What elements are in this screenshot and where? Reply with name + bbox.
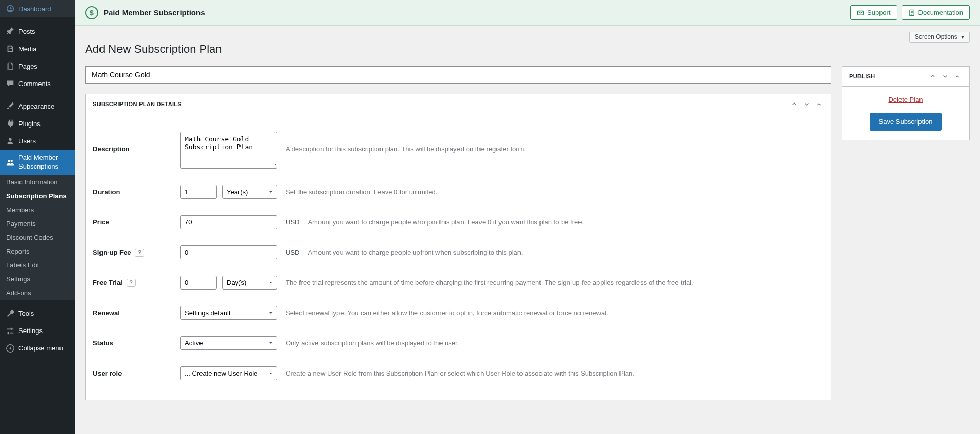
svg-point-1: [8, 160, 10, 162]
signup-fee-label: Sign-up Fee: [93, 249, 131, 256]
status-label: Status: [93, 339, 180, 347]
sidebar-label: Plugins: [18, 120, 41, 128]
subscription-plan-details-metabox: Subscription Plan Details Description: [85, 94, 831, 400]
support-button[interactable]: Support: [850, 5, 897, 20]
sidebar-item-comments[interactable]: Comments: [0, 75, 75, 92]
sidebar-item-settings[interactable]: Settings: [0, 322, 75, 340]
sidebar-item-posts[interactable]: Posts: [0, 23, 75, 40]
sidebar-sub-members[interactable]: Members: [0, 203, 75, 217]
sidebar-sub-reports[interactable]: Reports: [0, 244, 75, 258]
publish-title: Publish: [849, 73, 928, 79]
sidebar-item-tools[interactable]: Tools: [0, 305, 75, 322]
comment-icon: [5, 78, 15, 89]
svg-text:$: $: [90, 9, 94, 17]
renewal-select[interactable]: Settings default: [180, 306, 277, 320]
sidebar-item-media[interactable]: Media: [0, 40, 75, 57]
sidebar-sub-addons[interactable]: Add-ons: [0, 286, 75, 300]
help-icon[interactable]: ?: [135, 249, 144, 257]
metabox-header: Subscription Plan Details: [86, 94, 831, 114]
page-title: Add New Subscription Plan: [85, 43, 970, 56]
sidebar-label: Pages: [18, 63, 37, 70]
user-icon: [5, 136, 15, 146]
admin-sidebar: Dashboard Posts Media Pages Comments App…: [0, 0, 75, 426]
renewal-label: Renewal: [93, 309, 180, 317]
chevron-up-icon[interactable]: [928, 72, 937, 81]
sidebar-sub-subscription-plans[interactable]: Subscription Plans: [0, 189, 75, 203]
user-role-label: User role: [93, 369, 180, 377]
support-label: Support: [867, 9, 891, 16]
sidebar-label: Comments: [18, 80, 51, 88]
signup-currency: USD: [286, 249, 299, 256]
chevron-up-icon[interactable]: [790, 99, 799, 109]
sidebar-sub-labels-edit[interactable]: Labels Edit: [0, 258, 75, 272]
screen-options-toggle[interactable]: Screen Options ▾: [909, 32, 970, 43]
chevron-down-icon[interactable]: [802, 99, 811, 109]
media-icon: [5, 44, 15, 54]
duration-label: Duration: [93, 188, 180, 196]
svg-point-2: [10, 160, 13, 162]
chevron-down-icon[interactable]: [941, 72, 950, 81]
document-icon: [908, 9, 915, 16]
sidebar-sub-discount-codes[interactable]: Discount Codes: [0, 231, 75, 244]
metabox-title: Subscription Plan Details: [93, 101, 790, 107]
sidebar-label: Settings: [18, 327, 43, 335]
dashboard-icon: [5, 4, 15, 14]
status-help: Only active subscription plans will be d…: [286, 339, 459, 347]
documentation-button[interactable]: Documentation: [902, 5, 970, 20]
sidebar-sub-payments[interactable]: Payments: [0, 217, 75, 231]
metabox-header: Publish: [842, 67, 969, 87]
price-currency: USD: [286, 218, 299, 226]
wrench-icon: [5, 308, 15, 319]
signup-help: Amount you want to charge people upfront…: [308, 249, 523, 256]
price-input[interactable]: [180, 215, 277, 229]
sidebar-label: Collapse menu: [18, 344, 63, 352]
duration-unit-select[interactable]: Year(s): [222, 185, 277, 199]
collapse-icon: [5, 343, 15, 354]
plugin-title: Paid Member Subscriptions: [104, 8, 846, 17]
signup-fee-input[interactable]: [180, 245, 277, 259]
sidebar-item-appearance[interactable]: Appearance: [0, 97, 75, 115]
pin-icon: [5, 26, 15, 36]
sidebar-label: Dashboard: [18, 5, 51, 13]
help-icon[interactable]: ?: [127, 279, 136, 287]
collapse-up-icon[interactable]: [953, 72, 962, 81]
sidebar-sub-basic-info[interactable]: Basic Information: [0, 175, 75, 189]
free-trial-input[interactable]: [180, 276, 217, 290]
sidebar-item-paid-member-subscriptions[interactable]: Paid Member Subscriptions: [0, 150, 75, 175]
sidebar-label-line1: Paid Member: [18, 154, 58, 162]
sidebar-label-line2: Subscriptions: [18, 162, 58, 171]
status-select[interactable]: Active: [180, 336, 277, 350]
sidebar-item-users[interactable]: Users: [0, 132, 75, 150]
sidebar-item-dashboard[interactable]: Dashboard: [0, 0, 75, 17]
free-trial-help: The free trial represents the amount of …: [286, 279, 693, 286]
members-icon: [5, 157, 15, 168]
collapse-up-icon[interactable]: [814, 99, 824, 109]
sidebar-label: Media: [18, 45, 36, 53]
delete-plan-link[interactable]: Delete Plan: [888, 96, 923, 104]
description-textarea[interactable]: [180, 132, 277, 169]
plugin-header-bar: $ Paid Member Subscriptions Support Docu…: [75, 0, 980, 26]
sidebar-submenu: Basic Information Subscription Plans Mem…: [0, 175, 75, 300]
sidebar-item-plugins[interactable]: Plugins: [0, 115, 75, 132]
user-role-select[interactable]: ... Create new User Role: [180, 366, 277, 380]
plan-title-input[interactable]: [85, 66, 831, 84]
save-subscription-button[interactable]: Save Subscription: [870, 113, 942, 131]
free-trial-unit-select[interactable]: Day(s): [222, 276, 277, 290]
documentation-label: Documentation: [918, 9, 963, 16]
description-help: A description for this subscription plan…: [286, 132, 526, 153]
caret-down-icon: ▾: [961, 33, 964, 40]
duration-help: Set the subscription duration. Leave 0 f…: [286, 188, 437, 196]
sidebar-item-collapse[interactable]: Collapse menu: [0, 340, 75, 357]
envelope-icon: [857, 9, 864, 16]
plug-icon: [5, 118, 15, 129]
sidebar-item-pages[interactable]: Pages: [0, 57, 75, 75]
renewal-help: Select renewal type. You can either allo…: [286, 309, 608, 317]
price-label: Price: [93, 218, 180, 226]
sidebar-sub-settings[interactable]: Settings: [0, 272, 75, 286]
description-label: Description: [93, 132, 180, 153]
user-role-help: Create a new User Role from this Subscri…: [286, 369, 634, 377]
duration-input[interactable]: [180, 185, 217, 199]
price-help: Amount you want to charge people who joi…: [308, 218, 584, 226]
sidebar-label: Appearance: [18, 102, 54, 110]
svg-point-0: [9, 138, 11, 141]
